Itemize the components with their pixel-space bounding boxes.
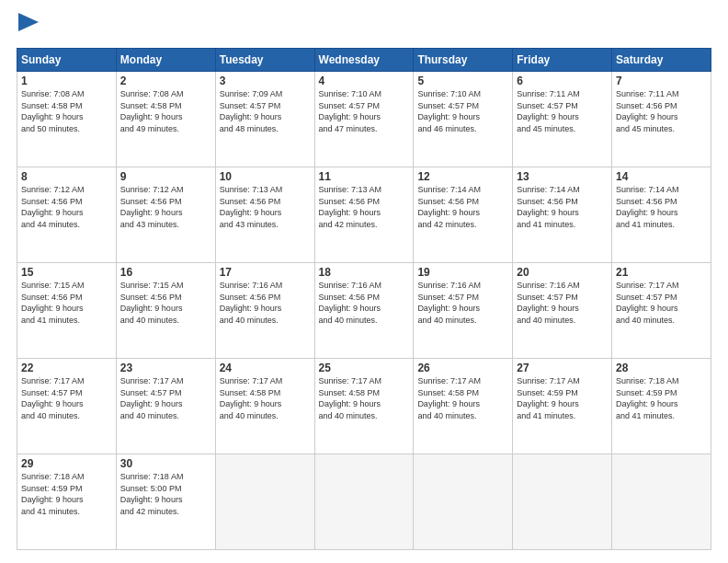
day-number: 4 <box>319 75 410 87</box>
day-number: 18 <box>319 266 410 279</box>
day-info: Sunrise: 7:16 AM Sunset: 4:57 PM Dayligh… <box>517 280 608 326</box>
day-number: 15 <box>21 266 112 279</box>
day-info: Sunrise: 7:14 AM Sunset: 4:56 PM Dayligh… <box>616 184 707 230</box>
calendar-day-cell: 20Sunrise: 7:16 AM Sunset: 4:57 PM Dayli… <box>513 263 612 359</box>
weekday-header: Saturday <box>612 49 711 72</box>
day-number: 17 <box>220 266 311 279</box>
calendar-day-cell <box>314 454 414 550</box>
calendar-week-row: 1Sunrise: 7:08 AM Sunset: 4:58 PM Daylig… <box>17 72 711 167</box>
day-number: 25 <box>319 362 410 374</box>
day-number: 7 <box>616 75 707 87</box>
day-number: 28 <box>616 362 707 374</box>
calendar-day-cell: 8Sunrise: 7:12 AM Sunset: 4:56 PM Daylig… <box>17 167 117 263</box>
svg-marker-0 <box>18 13 39 31</box>
day-info: Sunrise: 7:17 AM Sunset: 4:58 PM Dayligh… <box>220 375 311 421</box>
day-number: 10 <box>220 170 311 183</box>
calendar-day-cell: 23Sunrise: 7:17 AM Sunset: 4:57 PM Dayli… <box>116 359 215 454</box>
calendar-day-cell <box>513 454 612 550</box>
day-number: 24 <box>220 362 311 374</box>
calendar-day-cell: 24Sunrise: 7:17 AM Sunset: 4:58 PM Dayli… <box>215 359 314 454</box>
day-info: Sunrise: 7:12 AM Sunset: 4:56 PM Dayligh… <box>120 184 211 230</box>
day-number: 30 <box>120 457 211 470</box>
day-info: Sunrise: 7:17 AM Sunset: 4:59 PM Dayligh… <box>517 375 608 421</box>
day-info: Sunrise: 7:13 AM Sunset: 4:56 PM Dayligh… <box>220 184 311 230</box>
day-info: Sunrise: 7:18 AM Sunset: 5:00 PM Dayligh… <box>120 471 211 517</box>
day-number: 3 <box>220 75 311 87</box>
day-number: 22 <box>21 362 112 374</box>
day-info: Sunrise: 7:14 AM Sunset: 4:56 PM Dayligh… <box>417 184 508 230</box>
day-number: 1 <box>21 75 112 87</box>
day-number: 21 <box>616 266 707 279</box>
calendar-week-row: 22Sunrise: 7:17 AM Sunset: 4:57 PM Dayli… <box>17 359 711 454</box>
day-number: 11 <box>319 170 410 183</box>
day-info: Sunrise: 7:08 AM Sunset: 4:58 PM Dayligh… <box>120 88 211 134</box>
calendar-day-cell: 30Sunrise: 7:18 AM Sunset: 5:00 PM Dayli… <box>116 454 215 550</box>
day-info: Sunrise: 7:18 AM Sunset: 4:59 PM Dayligh… <box>616 375 707 421</box>
calendar-day-cell: 17Sunrise: 7:16 AM Sunset: 4:56 PM Dayli… <box>215 263 314 359</box>
day-info: Sunrise: 7:15 AM Sunset: 4:56 PM Dayligh… <box>21 280 112 326</box>
day-info: Sunrise: 7:13 AM Sunset: 4:56 PM Dayligh… <box>319 184 410 230</box>
calendar-day-cell: 18Sunrise: 7:16 AM Sunset: 4:56 PM Dayli… <box>314 263 414 359</box>
page: SundayMondayTuesdayWednesdayThursdayFrid… <box>0 0 728 563</box>
day-number: 12 <box>417 170 508 183</box>
calendar-day-cell: 19Sunrise: 7:16 AM Sunset: 4:57 PM Dayli… <box>414 263 513 359</box>
weekday-header: Tuesday <box>215 49 314 72</box>
calendar-week-row: 8Sunrise: 7:12 AM Sunset: 4:56 PM Daylig… <box>17 167 711 263</box>
day-number: 26 <box>417 362 508 374</box>
day-info: Sunrise: 7:10 AM Sunset: 4:57 PM Dayligh… <box>417 88 508 134</box>
calendar-day-cell: 7Sunrise: 7:11 AM Sunset: 4:56 PM Daylig… <box>612 72 711 167</box>
calendar-day-cell: 5Sunrise: 7:10 AM Sunset: 4:57 PM Daylig… <box>414 72 513 167</box>
day-number: 8 <box>21 170 112 183</box>
day-number: 9 <box>120 170 211 183</box>
day-number: 27 <box>517 362 608 374</box>
day-info: Sunrise: 7:12 AM Sunset: 4:56 PM Dayligh… <box>21 184 112 230</box>
day-info: Sunrise: 7:16 AM Sunset: 4:57 PM Dayligh… <box>417 280 508 326</box>
calendar-day-cell: 25Sunrise: 7:17 AM Sunset: 4:58 PM Dayli… <box>314 359 414 454</box>
calendar-week-row: 29Sunrise: 7:18 AM Sunset: 4:59 PM Dayli… <box>17 454 711 550</box>
day-info: Sunrise: 7:11 AM Sunset: 4:56 PM Dayligh… <box>616 88 707 134</box>
day-info: Sunrise: 7:15 AM Sunset: 4:56 PM Dayligh… <box>120 280 211 326</box>
calendar-day-cell: 12Sunrise: 7:14 AM Sunset: 4:56 PM Dayli… <box>414 167 513 263</box>
calendar-day-cell: 2Sunrise: 7:08 AM Sunset: 4:58 PM Daylig… <box>116 72 215 167</box>
day-info: Sunrise: 7:17 AM Sunset: 4:58 PM Dayligh… <box>319 375 410 421</box>
calendar-day-cell: 10Sunrise: 7:13 AM Sunset: 4:56 PM Dayli… <box>215 167 314 263</box>
day-number: 23 <box>120 362 211 374</box>
calendar-day-cell: 13Sunrise: 7:14 AM Sunset: 4:56 PM Dayli… <box>513 167 612 263</box>
day-info: Sunrise: 7:14 AM Sunset: 4:56 PM Dayligh… <box>517 184 608 230</box>
day-info: Sunrise: 7:17 AM Sunset: 4:58 PM Dayligh… <box>417 375 508 421</box>
day-number: 29 <box>21 457 112 470</box>
calendar-day-cell: 26Sunrise: 7:17 AM Sunset: 4:58 PM Dayli… <box>414 359 513 454</box>
calendar-day-cell <box>414 454 513 550</box>
day-number: 19 <box>417 266 508 279</box>
calendar-day-cell: 22Sunrise: 7:17 AM Sunset: 4:57 PM Dayli… <box>17 359 117 454</box>
calendar-day-cell <box>215 454 314 550</box>
logo <box>17 13 39 40</box>
day-info: Sunrise: 7:17 AM Sunset: 4:57 PM Dayligh… <box>120 375 211 421</box>
day-info: Sunrise: 7:17 AM Sunset: 4:57 PM Dayligh… <box>616 280 707 326</box>
calendar-day-cell <box>612 454 711 550</box>
calendar-day-cell: 29Sunrise: 7:18 AM Sunset: 4:59 PM Dayli… <box>17 454 117 550</box>
day-info: Sunrise: 7:09 AM Sunset: 4:57 PM Dayligh… <box>220 88 311 134</box>
weekday-header: Thursday <box>414 49 513 72</box>
day-number: 5 <box>417 75 508 87</box>
day-number: 6 <box>517 75 608 87</box>
day-number: 14 <box>616 170 707 183</box>
calendar-header-row: SundayMondayTuesdayWednesdayThursdayFrid… <box>17 49 711 72</box>
day-info: Sunrise: 7:17 AM Sunset: 4:57 PM Dayligh… <box>21 375 112 421</box>
calendar-week-row: 15Sunrise: 7:15 AM Sunset: 4:56 PM Dayli… <box>17 263 711 359</box>
calendar-day-cell: 3Sunrise: 7:09 AM Sunset: 4:57 PM Daylig… <box>215 72 314 167</box>
weekday-header: Friday <box>513 49 612 72</box>
day-info: Sunrise: 7:11 AM Sunset: 4:57 PM Dayligh… <box>517 88 608 134</box>
calendar-day-cell: 21Sunrise: 7:17 AM Sunset: 4:57 PM Dayli… <box>612 263 711 359</box>
day-number: 20 <box>517 266 608 279</box>
calendar-day-cell: 28Sunrise: 7:18 AM Sunset: 4:59 PM Dayli… <box>612 359 711 454</box>
weekday-header: Sunday <box>17 49 117 72</box>
day-info: Sunrise: 7:18 AM Sunset: 4:59 PM Dayligh… <box>21 471 112 517</box>
day-info: Sunrise: 7:16 AM Sunset: 4:56 PM Dayligh… <box>220 280 311 326</box>
calendar-table: SundayMondayTuesdayWednesdayThursdayFrid… <box>17 48 711 550</box>
calendar-day-cell: 16Sunrise: 7:15 AM Sunset: 4:56 PM Dayli… <box>116 263 215 359</box>
calendar-day-cell: 11Sunrise: 7:13 AM Sunset: 4:56 PM Dayli… <box>314 167 414 263</box>
day-number: 13 <box>517 170 608 183</box>
calendar-day-cell: 15Sunrise: 7:15 AM Sunset: 4:56 PM Dayli… <box>17 263 117 359</box>
weekday-header: Monday <box>116 49 215 72</box>
